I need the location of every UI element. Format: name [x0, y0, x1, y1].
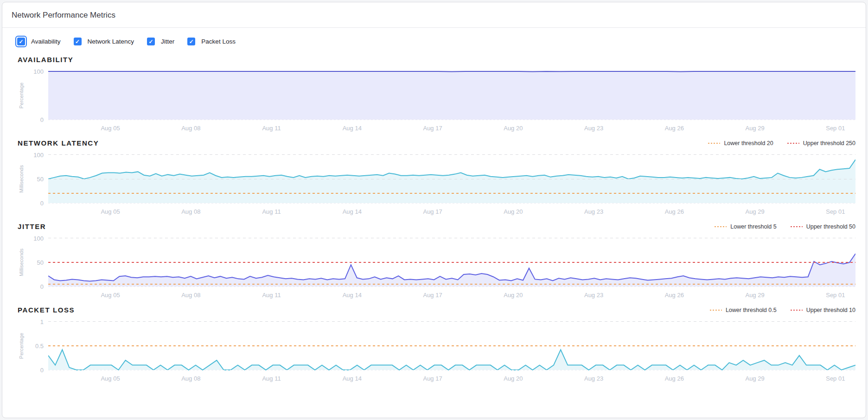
- x-tick-label: Aug 29: [745, 292, 764, 299]
- latency-area-fill: [48, 159, 855, 203]
- toggle-label[interactable]: Packet Loss: [201, 38, 236, 45]
- x-tick-label: Aug 08: [181, 375, 200, 382]
- x-tick-label: Aug 29: [745, 125, 764, 132]
- y-axis-ticks: 100500: [27, 153, 48, 205]
- checkbox-checked-icon[interactable]: ✓: [147, 38, 155, 45]
- y-axis-title: Percentage: [19, 91, 24, 100]
- y-tick-label: 0: [40, 116, 44, 123]
- x-tick-label: Aug 29: [745, 375, 764, 382]
- toggle-packet-loss[interactable]: ✓ Packet Loss: [185, 36, 236, 47]
- latency-plot-area: [48, 153, 855, 205]
- packet-loss-area-fill: [48, 350, 855, 370]
- x-tick-label: Aug 23: [584, 292, 603, 299]
- y-axis-title: Percentage: [19, 341, 24, 350]
- x-tick-label: Aug 11: [262, 375, 281, 382]
- legend-lower-threshold: Lower threshold 0.5: [710, 307, 777, 313]
- x-tick-label: Aug 20: [504, 208, 523, 215]
- grid-line: [48, 120, 855, 120]
- x-tick-label: Aug 14: [343, 208, 362, 215]
- grid-line: [48, 203, 855, 204]
- x-tick-label: Aug 14: [343, 375, 362, 382]
- section-title: JITTER: [18, 223, 46, 230]
- page-title: Network Performance Metrics: [12, 11, 856, 20]
- x-tick-label: Aug 23: [584, 125, 603, 132]
- grid-line: [48, 370, 855, 370]
- x-tick-label: Aug 08: [181, 125, 200, 132]
- threshold-legend: Lower threshold 5 Upper threshold 50: [715, 223, 855, 230]
- section-jitter: JITTER Lower threshold 5 Upper threshold…: [18, 223, 855, 299]
- section-title: PACKET LOSS: [18, 306, 75, 314]
- checkbox-checked-icon[interactable]: ✓: [74, 38, 82, 45]
- threshold-legend: Lower threshold 20 Upper threshold 250: [708, 140, 855, 146]
- section-network-latency: NETWORK LATENCY Lower threshold 20 Upper…: [18, 139, 855, 216]
- x-tick-label: Aug 11: [262, 125, 281, 132]
- checkbox-checked-icon[interactable]: ✓: [17, 38, 25, 45]
- jitter-area-fill: [48, 254, 855, 286]
- x-tick-label: Aug 20: [504, 125, 523, 132]
- y-axis-ticks: 10.50: [27, 320, 48, 372]
- y-tick-label: 0: [40, 283, 44, 290]
- x-axis-labels: Aug 05Aug 08Aug 11Aug 14Aug 17Aug 20Aug …: [48, 372, 855, 383]
- toggle-label[interactable]: Availability: [31, 38, 61, 45]
- y-tick-label: 100: [33, 235, 44, 242]
- legend-lower-threshold: Lower threshold 5: [715, 223, 776, 230]
- x-tick-label: Aug 17: [423, 292, 442, 299]
- y-tick-label: 0: [40, 200, 44, 207]
- lower-threshold-dash-icon: [715, 226, 727, 227]
- availability-chart: [48, 70, 855, 121]
- x-tick-label: Sep 01: [826, 292, 845, 299]
- x-tick-label: Aug 23: [584, 208, 603, 215]
- x-tick-label: Aug 26: [665, 208, 684, 215]
- grid-line: [48, 262, 855, 263]
- lower-threshold-dash-icon: [708, 143, 720, 144]
- y-tick-label: 50: [37, 176, 44, 183]
- packet-loss-plot-area: [48, 320, 855, 372]
- x-tick-label: Sep 01: [826, 125, 845, 132]
- grid-line: [48, 321, 855, 322]
- upper-threshold-dash-icon: [791, 310, 803, 311]
- x-tick-label: Aug 26: [665, 292, 684, 299]
- y-tick-label: 0: [40, 367, 44, 374]
- x-tick-label: Sep 01: [826, 375, 845, 382]
- x-tick-label: Aug 17: [423, 208, 442, 215]
- x-tick-label: Aug 23: [584, 375, 603, 382]
- section-packet-loss: PACKET LOSS Lower threshold 0.5 Upper th…: [18, 306, 855, 383]
- y-tick-label: 100: [33, 152, 44, 159]
- legend-upper-threshold: Upper threshold 50: [791, 223, 855, 230]
- legend-upper-threshold: Upper threshold 10: [791, 307, 855, 313]
- x-tick-label: Aug 11: [262, 208, 281, 215]
- x-axis-labels: Aug 05Aug 08Aug 11Aug 14Aug 17Aug 20Aug …: [48, 288, 855, 299]
- x-tick-label: Aug 20: [504, 375, 523, 382]
- toggle-availability[interactable]: ✓ Availability: [15, 36, 61, 47]
- x-tick-label: Aug 14: [343, 292, 362, 299]
- toggle-label[interactable]: Network Latency: [88, 38, 134, 45]
- toggle-label[interactable]: Jitter: [161, 38, 174, 45]
- x-tick-label: Aug 26: [665, 125, 684, 132]
- x-tick-label: Aug 05: [101, 125, 120, 132]
- x-tick-label: Aug 08: [181, 208, 200, 215]
- x-tick-label: Aug 14: [343, 125, 362, 132]
- section-title: AVAILABILITY: [18, 56, 73, 64]
- grid-line: [48, 286, 855, 287]
- grid-line: [48, 179, 855, 179]
- section-title: NETWORK LATENCY: [18, 139, 99, 147]
- x-tick-label: Aug 29: [745, 208, 764, 215]
- x-tick-label: Aug 17: [423, 375, 442, 382]
- card-header: Network Performance Metrics: [2, 2, 866, 28]
- lower-threshold-dash-icon: [710, 310, 722, 311]
- grid-line: [48, 154, 855, 155]
- x-tick-label: Aug 26: [665, 375, 684, 382]
- checkbox-checked-icon[interactable]: ✓: [187, 38, 195, 45]
- grid-line: [48, 193, 855, 194]
- y-axis-ticks: 1000: [27, 70, 48, 121]
- availability-plot-area: [48, 70, 855, 121]
- y-tick-label: 0.5: [35, 343, 44, 350]
- metric-toggle-row: ✓ Availability ✓ Network Latency ✓ Jitte…: [2, 28, 866, 49]
- section-availability: AVAILABILITY Percentage 1000 Aug 05Aug 0…: [18, 56, 855, 133]
- x-axis-labels: Aug 05Aug 08Aug 11Aug 14Aug 17Aug 20Aug …: [48, 205, 855, 216]
- upper-threshold-dash-icon: [791, 226, 803, 227]
- toggle-network-latency[interactable]: ✓ Network Latency: [72, 36, 134, 47]
- threshold-legend: Lower threshold 0.5 Upper threshold 10: [710, 307, 855, 313]
- toggle-jitter[interactable]: ✓ Jitter: [145, 36, 174, 47]
- x-tick-label: Aug 05: [101, 292, 120, 299]
